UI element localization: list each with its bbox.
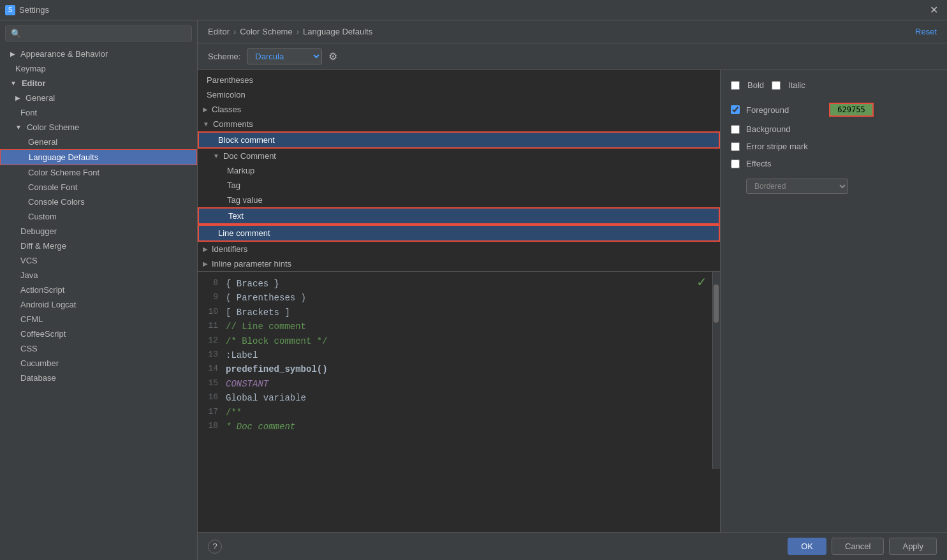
bottom-bar: ? OK Cancel Apply [198,532,947,560]
line-content: ( Parentheses ) [226,291,306,305]
arrow-icon: ▼ [15,124,22,131]
scheme-select[interactable]: Darcula Default High Contrast [247,48,322,64]
sidebar-tree: ▶ Appearance & Behavior Keymap ▼ Editor … [0,47,197,560]
tree-item-semicolon[interactable]: Semicolon [198,87,720,102]
sidebar-item-diff-merge[interactable]: Diff & Merge [0,239,197,253]
line-content: { Braces } [226,277,279,291]
ok-button[interactable]: OK [788,538,826,555]
tree-item-text[interactable]: Text [198,207,720,225]
tree-item-label: Markup [227,166,254,175]
sidebar-item-keymap[interactable]: Keymap [0,61,197,76]
line-num: 17 [205,406,218,420]
line-num: 14 [205,362,218,376]
code-line: 9 ( Parentheses ) [205,291,705,305]
error-stripe-checkbox[interactable] [731,142,740,151]
tree-item-label: Tag [227,181,240,190]
sidebar-item-java[interactable]: Java [0,268,197,283]
tree-item-parentheses[interactable]: Parentheses [198,73,720,87]
sidebar-item-coffeescript[interactable]: CoffeeScript [0,327,197,341]
sidebar-item-color-scheme-font[interactable]: Color Scheme Font [0,165,197,180]
sidebar-item-label: VCS [20,256,38,265]
help-button[interactable]: ? [208,540,222,554]
sidebar-item-vcs[interactable]: VCS [0,253,197,268]
app-icon: S [5,5,15,15]
tree-item-inline-param-hints[interactable]: ▶ Inline parameter hints [198,256,720,271]
breadcrumb-color-scheme: Color Scheme [240,27,292,36]
background-checkbox[interactable] [731,125,740,134]
arrow-icon: ▼ [10,80,17,87]
sidebar-item-font[interactable]: Font [0,105,197,120]
sidebar-item-actionscript[interactable]: ActionScript [0,283,197,297]
tree-item-label: Tag value [227,195,263,205]
sidebar-item-debugger[interactable]: Debugger [0,224,197,239]
breadcrumb: Editor › Color Scheme › Language Default… [208,27,372,36]
sidebar-item-console-colors[interactable]: Console Colors [0,195,197,209]
tree-item-identifiers[interactable]: ▶ Identifiers [198,242,720,256]
sidebar-item-label: CFML [20,314,43,324]
sidebar-item-label: Appearance & Behavior [20,49,108,59]
sidebar-item-appearance[interactable]: ▶ Appearance & Behavior [0,47,197,61]
sidebar-item-cfml[interactable]: CFML [0,312,197,327]
sidebar-item-cucumber[interactable]: Cucumber [0,356,197,371]
cancel-button[interactable]: Cancel [832,538,884,555]
search-input[interactable] [25,29,186,38]
tree-item-tag[interactable]: Tag [198,178,720,193]
tree-item-line-comment[interactable]: Line comment [198,225,720,242]
tree-item-comments[interactable]: ▼ Comments [198,117,720,131]
line-content: [ Brackets ] [226,306,290,320]
sidebar-item-console-font[interactable]: Console Font [0,180,197,195]
code-line: 11 // Line comment [205,320,705,334]
effects-dropdown[interactable]: Bordered [746,179,848,194]
sidebar-item-label: General [28,137,57,147]
line-content: Global variable [226,391,306,405]
code-line: 13 :Label [205,348,705,362]
tree-item-classes[interactable]: ▶ Classes [198,102,720,117]
sidebar-item-android-logcat[interactable]: Android Logcat [0,297,197,312]
code-line: 14 predefined_symbol() [205,362,705,376]
tree-item-doc-comment[interactable]: ▼ Doc Comment [198,149,720,163]
line-content: :Label [226,348,258,362]
sidebar-item-label: Diff & Merge [20,241,66,251]
apply-button[interactable]: Apply [889,538,937,555]
tree-item-markup[interactable]: Markup [198,163,720,178]
line-num: 15 [205,377,218,391]
effects-label: Effects [746,159,823,168]
arrow-icon: ▶ [203,260,208,267]
bold-checkbox[interactable] [731,81,740,90]
scheme-gear-icon[interactable]: ⚙ [328,50,337,63]
arrow-icon: ▼ [213,152,219,159]
line-content: /** [226,406,242,420]
sidebar-item-label: Font [20,108,37,117]
tree-item-label: Identifiers [212,244,247,254]
line-num: 18 [205,420,218,434]
sidebar-item-color-scheme-general[interactable]: General [0,135,197,149]
check-icon: ✓ [696,274,707,290]
sidebar-item-database[interactable]: Database [0,371,197,385]
scheme-label: Scheme: [208,52,240,61]
sidebar-item-general[interactable]: ▶ General [0,91,197,105]
preview-scrollbar[interactable] [712,272,720,469]
scrollbar-thumb [714,284,719,323]
italic-checkbox[interactable] [772,81,781,90]
tree-item-block-comment[interactable]: Block comment [198,131,720,149]
sidebar-item-language-defaults[interactable]: Language Defaults [0,149,197,165]
close-button[interactable]: ✕ [926,3,942,17]
tree-item-label: Line comment [218,228,270,238]
window-title: Settings [19,5,49,15]
style-checks: Bold Italic [731,80,937,90]
sidebar-item-custom[interactable]: Custom [0,209,197,224]
reset-button[interactable]: Reset [915,27,937,36]
sidebar-item-editor[interactable]: ▼ Editor [0,76,197,91]
effects-checkbox[interactable] [731,159,740,168]
background-row: Background [731,124,937,134]
foreground-checkbox[interactable] [731,105,740,114]
tree-item-tag-value[interactable]: Tag value [198,193,720,207]
foreground-color-box[interactable]: 629755 [829,103,874,117]
line-num: 11 [205,320,218,334]
sidebar-item-label: Debugger [20,226,57,236]
sidebar-item-color-scheme[interactable]: ▼ Color Scheme [0,120,197,135]
sidebar-item-css[interactable]: CSS [0,341,197,356]
properties-panel: Bold Italic Foreground 629755 Background… [721,70,947,532]
search-box[interactable]: 🔍 [5,26,192,41]
main-layout: 🔍 ▶ Appearance & Behavior Keymap ▼ Edito… [0,20,947,560]
